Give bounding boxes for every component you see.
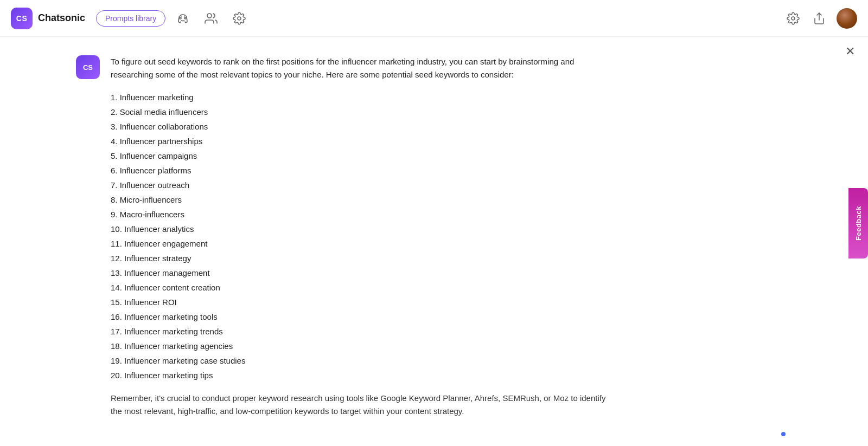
list-item: 20. Influencer marketing tips	[111, 369, 618, 382]
list-item: 14. Influencer content creation	[111, 281, 618, 294]
message-intro: To figure out seed keywords to rank on t…	[111, 55, 618, 81]
list-item: 9. Macro-influencers	[111, 208, 618, 221]
svg-point-1	[238, 17, 241, 20]
settings-icon[interactable]	[231, 10, 248, 27]
gear-settings-icon[interactable]	[784, 10, 802, 27]
list-item: 8. Micro-influencers	[111, 193, 618, 206]
list-item: 18. Influencer marketing agencies	[111, 340, 618, 353]
list-item: 19. Influencer marketing case studies	[111, 354, 618, 367]
list-item: 2. Social media influencers	[111, 106, 618, 119]
header-nav-icons	[174, 10, 248, 27]
keywords-list: 1. Influencer marketing2. Social media i…	[111, 91, 618, 382]
svg-point-0	[207, 14, 212, 18]
logo-area: CS Chatsonic	[11, 8, 85, 29]
feedback-label[interactable]: Feedback	[848, 188, 868, 258]
discord-icon[interactable]	[174, 10, 192, 27]
logo-icon: CS	[11, 8, 33, 29]
list-item: 12. Influencer strategy	[111, 252, 618, 265]
list-item: 10. Influencer analytics	[111, 223, 618, 236]
message-block: CS To figure out seed keywords to rank o…	[0, 50, 716, 429]
list-item: 6. Influencer platforms	[111, 164, 618, 177]
list-item: 17. Influencer marketing trends	[111, 325, 618, 338]
user-avatar[interactable]	[837, 8, 857, 29]
list-item: 7. Influencer outreach	[111, 179, 618, 192]
blue-dot-indicator	[781, 432, 786, 436]
list-item: 11. Influencer engagement	[111, 237, 618, 250]
feedback-tab[interactable]: Feedback	[848, 188, 868, 258]
app-header: CS Chatsonic Prompts library	[0, 0, 868, 37]
list-item: 16. Influencer marketing tools	[111, 311, 618, 324]
message-footer: Remember, it's crucial to conduct proper…	[111, 392, 618, 418]
svg-point-2	[792, 17, 795, 20]
list-item: 3. Influencer collaborations	[111, 120, 618, 133]
brand-name: Chatsonic	[38, 12, 85, 24]
message-body: To figure out seed keywords to rank on t…	[111, 55, 618, 418]
main-content: ✕ CS To figure out seed keywords to rank…	[0, 37, 868, 446]
list-item: 4. Influencer partnerships	[111, 135, 618, 148]
prompts-library-button[interactable]: Prompts library	[96, 10, 165, 27]
community-icon[interactable]	[202, 10, 220, 27]
share-icon[interactable]	[810, 10, 828, 27]
header-right	[784, 8, 857, 29]
list-item: 5. Influencer campaigns	[111, 150, 618, 163]
cs-bot-avatar: CS	[76, 55, 100, 79]
list-item: 13. Influencer management	[111, 267, 618, 280]
close-button[interactable]: ✕	[845, 46, 855, 57]
list-item: 1. Influencer marketing	[111, 91, 618, 104]
list-item: 15. Influencer ROI	[111, 296, 618, 309]
